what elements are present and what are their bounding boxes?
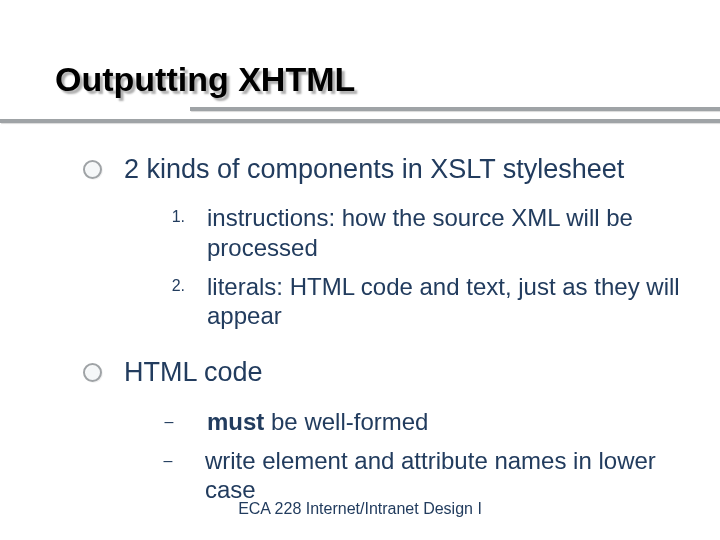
list-item-text: 2 kinds of components in XSLT stylesheet (124, 153, 624, 185)
list-item: HTML code (83, 356, 680, 388)
slide-title: Outputting XHTML (55, 60, 680, 99)
numbered-sublist: 1. instructions: how the source XML will… (153, 203, 680, 330)
dash-sublist: – must be well-formed – write element an… (153, 407, 680, 505)
list-item: 2. literals: HTML code and text, just as… (153, 272, 680, 331)
text-rest: be well-formed (264, 408, 428, 435)
disc-bullet-icon (83, 363, 102, 382)
dash-marker-icon: – (153, 452, 183, 470)
slide-footer: ECA 228 Internet/Intranet Design I (0, 500, 720, 518)
list-item-text: instructions: how the source XML will be… (207, 203, 680, 262)
list-item-text: must be well-formed (207, 407, 428, 436)
disc-bullet-icon (83, 160, 102, 179)
bold-word: must (207, 408, 264, 435)
list-item-text: HTML code (124, 356, 263, 388)
list-item-text: write element and attribute names in low… (205, 446, 680, 505)
dash-marker-icon: – (153, 413, 185, 431)
decor-line-long (0, 119, 720, 123)
list-item: – must be well-formed (153, 407, 680, 436)
text-rest: write element and attribute names in low… (205, 447, 656, 503)
slide: Outputting XHTML 2 kinds of components i… (0, 0, 720, 540)
list-item: 2 kinds of components in XSLT stylesheet (83, 153, 680, 185)
title-underline (0, 107, 720, 129)
number-marker: 1. (153, 208, 185, 226)
content-area: 2 kinds of components in XSLT stylesheet… (55, 153, 680, 505)
decor-line-short (190, 107, 720, 111)
number-marker: 2. (153, 277, 185, 295)
list-item-text: literals: HTML code and text, just as th… (207, 272, 680, 331)
list-item: 1. instructions: how the source XML will… (153, 203, 680, 262)
list-item: – write element and attribute names in l… (153, 446, 680, 505)
